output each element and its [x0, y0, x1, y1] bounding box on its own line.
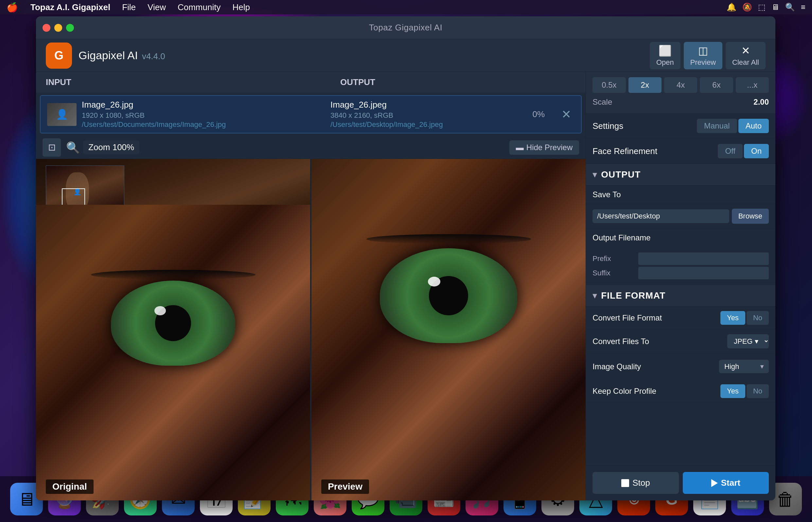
auto-button[interactable]: Auto: [738, 119, 769, 133]
window-close-button[interactable]: [42, 24, 51, 32]
quality-select[interactable]: Low Medium High Very High: [719, 360, 769, 373]
file-progress: 0%: [519, 109, 558, 119]
prefix-label: Prefix: [593, 255, 638, 263]
face-off-button[interactable]: Off: [718, 144, 742, 158]
keep-color-no-button[interactable]: No: [747, 384, 769, 398]
notification-icon[interactable]: 🔔: [727, 3, 736, 12]
suffix-input[interactable]: [638, 267, 769, 279]
format-select[interactable]: JPEG ▾ PNG TIFF: [727, 334, 769, 348]
browse-button[interactable]: Browse: [732, 209, 769, 224]
original-pane: 👤: [36, 159, 310, 500]
content-area: INPUT OUTPUT 👤 Image_26.jpg 1920 x 1080,…: [36, 72, 775, 500]
face-refinement-label: Face Refinement: [593, 146, 657, 156]
image-quality-section: Image Quality Low Medium High Very High: [586, 353, 775, 380]
menu-bar-right-icons: 🔔 🔕 ⬚ 🖥 🔍 ≡: [727, 3, 812, 12]
settings-row: Settings Manual Auto: [586, 114, 775, 139]
header-buttons: ⬜ Open ◫ Preview ✕ Clear All: [650, 42, 766, 69]
scale-row: Scale 2.00: [593, 96, 769, 108]
output-filename: Image_26.jpeg: [331, 100, 519, 110]
bottom-buttons: Stop Start: [586, 465, 775, 500]
save-to-label: Save To: [593, 190, 665, 199]
open-button[interactable]: ⬜ Open: [650, 42, 680, 69]
quality-select-wrapper: Low Medium High Very High: [719, 360, 769, 373]
input-meta: 1920 x 1080, sRGB: [82, 111, 331, 120]
preview-toolbar: ⊡ 🔍 Zoom 100% ▬ Hide Preview: [36, 136, 586, 159]
col-input: INPUT: [36, 72, 331, 93]
convert-to-label: Convert Files To: [593, 337, 649, 346]
input-filename: Image_26.jpg: [82, 100, 331, 110]
search-icon[interactable]: 🔍: [785, 3, 795, 12]
layout-button[interactable]: ⊡: [42, 138, 61, 157]
open-icon: ⬜: [658, 44, 672, 57]
file-format-section-header[interactable]: ▾ FILE FORMAT: [586, 285, 775, 306]
convert-format-label: Convert File Format: [593, 313, 662, 322]
scale-label: Scale: [593, 98, 612, 107]
preview-area: ⊡ 🔍 Zoom 100% ▬ Hide Preview: [36, 136, 586, 500]
menu-view[interactable]: View: [142, 2, 172, 13]
app-version: v4.4.0: [142, 51, 165, 61]
hide-preview-button[interactable]: ▬ Hide Preview: [509, 140, 579, 155]
convert-to-row: Convert Files To JPEG ▾ PNG TIFF: [586, 330, 775, 353]
file-output-info: Image_26.jpeg 3840 x 2160, sRGB /Users/t…: [331, 100, 519, 129]
scale-custom-button[interactable]: ...x: [736, 77, 769, 93]
window-title: Topaz Gigapixel AI: [369, 23, 442, 33]
zoom-icon[interactable]: 🔍: [66, 141, 80, 154]
prefix-row: Prefix: [593, 253, 769, 265]
menu-app-name[interactable]: Topaz A.I. Gigapixel: [24, 2, 116, 13]
menu-help[interactable]: Help: [226, 2, 256, 13]
scale-buttons: 0.5x 2x 4x 6x ...x: [593, 77, 769, 93]
airplay-icon[interactable]: ⬚: [758, 3, 766, 12]
window-controls: [42, 24, 74, 32]
start-button[interactable]: Start: [683, 472, 769, 494]
output-filename-header-row: Output Filename: [586, 228, 775, 247]
col-output: OUTPUT: [331, 72, 586, 93]
thumb-icon: 👤: [56, 108, 68, 120]
file-info: Image_26.jpg 1920 x 1080, sRGB /Users/te…: [82, 100, 331, 129]
face-on-button[interactable]: On: [744, 144, 769, 158]
preview-button[interactable]: ◫ Preview: [684, 42, 722, 69]
window-minimize-button[interactable]: [54, 24, 62, 32]
convert-format-toggle: Yes No: [720, 311, 769, 325]
left-panel: INPUT OUTPUT 👤 Image_26.jpg 1920 x 1080,…: [36, 72, 586, 500]
clear-icon: ✕: [741, 44, 750, 57]
app-title-group: Gigapixel AI v4.4.0: [79, 49, 165, 62]
convert-yes-button[interactable]: Yes: [720, 311, 745, 325]
output-chevron-icon: ▾: [593, 169, 597, 180]
save-to-input[interactable]: [593, 209, 729, 223]
control-center-icon[interactable]: ≡: [801, 3, 806, 12]
suffix-row: Suffix: [593, 267, 769, 279]
convert-no-button[interactable]: No: [747, 311, 769, 325]
menu-file[interactable]: File: [116, 2, 142, 13]
scale-4x-button[interactable]: 4x: [664, 77, 697, 93]
prefix-input[interactable]: [638, 253, 769, 265]
file-remove-button[interactable]: ✕: [558, 107, 574, 121]
keep-color-yes-button[interactable]: Yes: [720, 384, 745, 398]
stop-button[interactable]: Stop: [593, 472, 678, 494]
scale-2x-button[interactable]: 2x: [629, 77, 661, 93]
scale-value: 2.00: [753, 98, 769, 107]
image-quality-row: Image Quality Low Medium High Very High: [593, 357, 769, 376]
preview-label: Preview: [690, 58, 716, 67]
scale-05x-button[interactable]: 0.5x: [593, 77, 626, 93]
file-format-chevron-icon: ▾: [593, 290, 597, 301]
app-logo: G: [46, 42, 72, 69]
app-name: Gigapixel AI: [79, 49, 138, 61]
stop-label: Stop: [632, 478, 650, 488]
app-header: G Gigapixel AI v4.4.0 ⬜ Open ◫ Preview ✕…: [36, 39, 775, 72]
scale-6x-button[interactable]: 6x: [700, 77, 733, 93]
apple-menu[interactable]: 🍎: [0, 2, 24, 13]
logo-letter: G: [54, 49, 63, 62]
window-maximize-button[interactable]: [66, 24, 74, 32]
keep-color-toggle: Yes No: [720, 384, 769, 398]
start-label: Start: [721, 478, 740, 488]
menu-community[interactable]: Community: [172, 2, 226, 13]
display-icon[interactable]: 🖥: [771, 3, 779, 12]
zoom-level: Zoom 100%: [83, 140, 139, 154]
output-filename-label: Output Filename: [593, 233, 665, 242]
preview-panes: 👤: [36, 159, 586, 500]
manual-button[interactable]: Manual: [697, 119, 737, 133]
clear-all-button[interactable]: ✕ Clear All: [726, 42, 766, 69]
output-section-header[interactable]: ▾ OUTPUT: [586, 164, 775, 185]
notification-icon-2[interactable]: 🔕: [742, 3, 752, 12]
file-row[interactable]: 👤 Image_26.jpg 1920 x 1080, sRGB /Users/…: [40, 95, 582, 134]
